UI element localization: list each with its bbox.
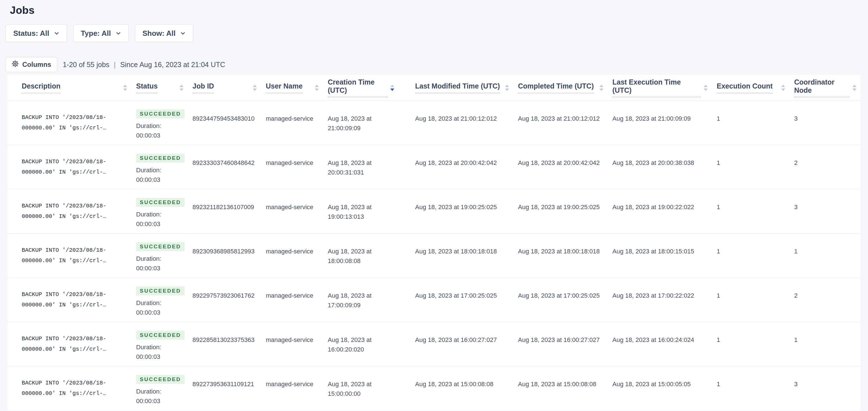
sort-desc-icon[interactable] xyxy=(315,89,319,91)
last-modified-time-cell: Aug 18, 2023 at 19:00:25:025 xyxy=(410,189,513,233)
table-header-row: Description Status Job ID User Name Crea… xyxy=(8,75,860,101)
job-description-cell[interactable]: BACKUP INTO '/2023/08/18- 000000.00' IN … xyxy=(8,278,131,322)
page-title: Jobs xyxy=(8,0,860,16)
type-filter-dropdown[interactable]: Type: All xyxy=(73,24,129,42)
user-name-cell: managed-service xyxy=(261,322,323,366)
last-execution-time-cell: Aug 18, 2023 at 15:00:05:05 xyxy=(607,366,712,410)
coordinator-node-cell: 1 xyxy=(789,322,860,366)
sort-asc-icon[interactable] xyxy=(599,85,603,87)
execution-count-cell: 1 xyxy=(712,101,789,145)
sort-asc-icon[interactable] xyxy=(390,85,394,87)
coordinator-node-cell: 1 xyxy=(789,234,860,278)
user-name-cell: managed-service xyxy=(261,189,323,233)
sort-asc-icon[interactable] xyxy=(505,85,509,87)
sort-asc-icon[interactable] xyxy=(781,85,785,87)
jobs-page: Jobs Status: All Type: All Show: All xyxy=(0,0,868,410)
sort-asc-icon[interactable] xyxy=(852,85,857,87)
sort-desc-icon[interactable] xyxy=(180,89,183,91)
sort-arrows-icon[interactable] xyxy=(781,85,785,91)
sort-arrows-icon[interactable] xyxy=(599,85,603,91)
duration-value: 00:00:03 xyxy=(136,175,182,185)
sort-arrows-icon[interactable] xyxy=(505,85,509,91)
column-header-last-execution-time-utc[interactable]: Last Execution Time (UTC) xyxy=(607,75,712,100)
sort-desc-icon[interactable] xyxy=(253,89,257,91)
last-execution-time-cell: Aug 18, 2023 at 20:00:38:038 xyxy=(607,145,712,189)
sort-desc-icon[interactable] xyxy=(390,89,394,91)
sort-arrows-icon[interactable] xyxy=(253,85,257,91)
user-name-cell: managed-service xyxy=(261,145,323,189)
table-toolbar: Columns 1-20 of 55 jobs | Since Aug 16, … xyxy=(6,57,860,72)
job-description-cell[interactable]: BACKUP INTO '/2023/08/18- 000000.00' IN … xyxy=(8,366,131,410)
job-id-cell: 892285813023375363 xyxy=(187,322,261,366)
job-id-cell: 892333037460848642 xyxy=(187,145,261,189)
sort-desc-icon[interactable] xyxy=(781,89,785,91)
job-id-cell: 892297573923061762 xyxy=(187,278,261,322)
last-modified-time-cell: Aug 18, 2023 at 20:00:42:042 xyxy=(410,145,513,189)
creation-time-cell: Aug 18, 2023 at 15:00:00:00 xyxy=(323,366,410,410)
job-description-cell[interactable]: BACKUP INTO '/2023/08/18- 000000.00' IN … xyxy=(8,189,131,233)
show-filter-dropdown[interactable]: Show: All xyxy=(135,24,193,42)
column-header-execution-count[interactable]: Execution Count xyxy=(712,75,789,100)
sort-asc-icon[interactable] xyxy=(315,85,319,87)
status-badge: SUCCEEDED xyxy=(136,242,185,251)
chevron-down-icon xyxy=(54,30,59,36)
status-badge: SUCCEEDED xyxy=(136,198,185,207)
execution-count-cell: 1 xyxy=(712,322,789,366)
column-header-user-name[interactable]: User Name xyxy=(261,75,323,100)
user-name-cell: managed-service xyxy=(261,234,323,278)
job-description-cell[interactable]: BACKUP INTO '/2023/08/18- 000000.00' IN … xyxy=(8,101,131,145)
sort-asc-icon[interactable] xyxy=(704,85,708,87)
sort-desc-icon[interactable] xyxy=(599,89,603,91)
status-filter-label: Status: All xyxy=(13,29,49,38)
last-execution-time-cell: Aug 18, 2023 at 18:00:15:015 xyxy=(607,234,712,278)
last-execution-time-cell: Aug 18, 2023 at 19:00:22:022 xyxy=(607,189,712,233)
sort-arrows-icon[interactable] xyxy=(180,85,183,91)
job-description-cell[interactable]: BACKUP INTO '/2023/08/18- 000000.00' IN … xyxy=(8,234,131,278)
table-row[interactable]: BACKUP INTO '/2023/08/18- 000000.00' IN … xyxy=(8,322,860,366)
sort-arrows-icon[interactable] xyxy=(123,85,127,91)
sort-arrows-icon[interactable] xyxy=(315,85,319,91)
sort-desc-icon[interactable] xyxy=(704,89,708,91)
sort-desc-icon[interactable] xyxy=(123,89,127,91)
duration-label: Duration: xyxy=(136,387,182,397)
status-filter-dropdown[interactable]: Status: All xyxy=(6,24,67,42)
user-name-cell: managed-service xyxy=(261,366,323,410)
columns-button[interactable]: Columns xyxy=(6,57,57,72)
duration-value: 00:00:03 xyxy=(136,264,182,273)
job-description-cell[interactable]: BACKUP INTO '/2023/08/18- 000000.00' IN … xyxy=(8,145,131,189)
status-badge: SUCCEEDED xyxy=(136,375,185,384)
table-row[interactable]: BACKUP INTO '/2023/08/18- 000000.00' IN … xyxy=(8,189,860,234)
jobs-since: Since Aug 16, 2023 at 21:04 UTC xyxy=(120,61,225,69)
last-modified-time-cell: Aug 18, 2023 at 17:00:25:025 xyxy=(410,278,513,322)
sort-arrows-icon[interactable] xyxy=(704,85,708,91)
sort-arrows-icon[interactable] xyxy=(390,85,394,91)
table-row[interactable]: BACKUP INTO '/2023/08/18- 000000.00' IN … xyxy=(8,366,860,410)
last-modified-time-cell: Aug 18, 2023 at 16:00:27:027 xyxy=(410,322,513,366)
sort-desc-icon[interactable] xyxy=(852,89,857,91)
column-header-creation-time-utc[interactable]: Creation Time (UTC) xyxy=(323,75,410,100)
table-row[interactable]: BACKUP INTO '/2023/08/18- 000000.00' IN … xyxy=(8,234,860,278)
job-status-cell: SUCCEEDED Duration: 00:00:03 xyxy=(131,234,187,278)
last-modified-time-cell: Aug 18, 2023 at 15:00:08:08 xyxy=(410,366,513,410)
sort-arrows-icon[interactable] xyxy=(852,85,857,91)
job-description-cell[interactable]: BACKUP INTO '/2023/08/18- 000000.00' IN … xyxy=(8,322,131,366)
column-header-last-modified-time-utc[interactable]: Last Modified Time (UTC) xyxy=(410,75,513,100)
completed-time-cell: Aug 18, 2023 at 17:00:25:025 xyxy=(513,278,607,322)
sort-desc-icon[interactable] xyxy=(505,89,509,91)
table-row[interactable]: BACKUP INTO '/2023/08/18- 000000.00' IN … xyxy=(8,145,860,189)
table-row[interactable]: BACKUP INTO '/2023/08/18- 000000.00' IN … xyxy=(8,278,860,322)
completed-time-cell: Aug 18, 2023 at 18:00:18:018 xyxy=(513,234,607,278)
sort-asc-icon[interactable] xyxy=(180,85,183,87)
sort-asc-icon[interactable] xyxy=(123,85,127,87)
coordinator-node-cell: 3 xyxy=(789,101,860,145)
sort-asc-icon[interactable] xyxy=(253,85,257,87)
column-header-status[interactable]: Status xyxy=(131,75,187,100)
column-header-completed-time-utc[interactable]: Completed Time (UTC) xyxy=(513,75,607,100)
table-row[interactable]: BACKUP INTO '/2023/08/18- 000000.00' IN … xyxy=(8,101,860,145)
coordinator-node-cell: 2 xyxy=(789,145,860,189)
completed-time-cell: Aug 18, 2023 at 21:00:12:012 xyxy=(513,101,607,145)
column-header-description[interactable]: Description xyxy=(8,75,131,100)
columns-button-label: Columns xyxy=(22,61,51,68)
column-header-job-id[interactable]: Job ID xyxy=(187,75,261,100)
column-header-coordinator-node[interactable]: Coordinator Node xyxy=(789,75,860,100)
